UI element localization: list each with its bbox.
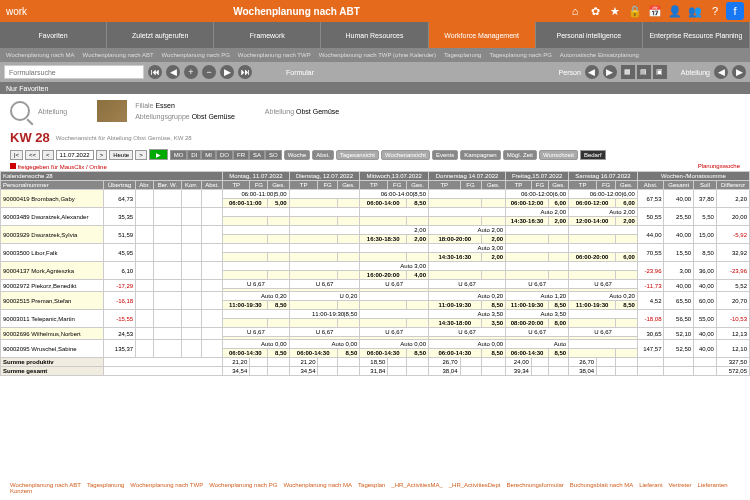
day-btn[interactable]: MI bbox=[201, 150, 216, 160]
table-row[interactable]: 90002095 Wruschel,Sabine135,37Auto 0,00A… bbox=[1, 340, 750, 349]
sub-tab[interactable]: Wochenplanung nach ABT bbox=[81, 52, 156, 58]
table-row[interactable]: 90003011 Telepanic,Martin-15,5511:00-19:… bbox=[1, 310, 750, 319]
footer-link[interactable]: Tagesplanung bbox=[87, 482, 124, 488]
top-icon-7[interactable]: ? bbox=[706, 2, 724, 20]
table-row[interactable]: 90003929 Dworatzek,Sylvia51,592,00Auto 2… bbox=[1, 226, 750, 235]
footer-link[interactable]: Berechnungsformular bbox=[506, 482, 563, 488]
app-name: work bbox=[0, 6, 27, 17]
abt-next[interactable]: ▶ bbox=[732, 65, 746, 79]
table-row[interactable]: 90000419 Brombach,Gaby64,7306:00-11:00|5… bbox=[1, 190, 750, 199]
day-btn[interactable]: SA bbox=[249, 150, 265, 160]
table-row[interactable]: 90002696 Wilhelmus,Norbert24,53U 6,67U 6… bbox=[1, 328, 750, 337]
day-btn[interactable]: FR bbox=[233, 150, 249, 160]
nav-fwd2-btn[interactable]: > bbox=[135, 150, 147, 160]
sub-tab[interactable]: Tagesplanung nach PG bbox=[487, 52, 553, 58]
table-row[interactable]: 90003500 Libor,Falk45,95Auto 3,0070,5515… bbox=[1, 244, 750, 253]
top-icon-6[interactable]: 👥 bbox=[686, 2, 704, 20]
nav-tab[interactable]: Personal intelligence bbox=[536, 22, 643, 48]
sub-tab[interactable]: Wochenplanung nach TWP bbox=[236, 52, 313, 58]
date-field[interactable]: 11.07.2022 bbox=[56, 150, 94, 160]
view-grid-icon[interactable]: ▦ bbox=[621, 65, 635, 79]
top-icon-3[interactable]: 🔒 bbox=[626, 2, 644, 20]
nav-fwd-btn[interactable]: > bbox=[96, 150, 108, 160]
btn-tag[interactable]: Tagesansicht bbox=[336, 150, 379, 160]
nav-back-btn[interactable]: < bbox=[42, 150, 54, 160]
person-prev[interactable]: ◀ bbox=[585, 65, 599, 79]
lbl-formular: Formular bbox=[286, 69, 314, 76]
lbl-abteilung: Abteilung bbox=[681, 69, 710, 76]
nav-tab[interactable]: Human Resources bbox=[321, 22, 428, 48]
top-icon-1[interactable]: ✿ bbox=[586, 2, 604, 20]
nav-prev-btn[interactable]: << bbox=[25, 150, 40, 160]
fav-toggle[interactable]: Nur Favoriten bbox=[6, 85, 48, 92]
btn-bedarf[interactable]: Bedarf bbox=[580, 150, 606, 160]
lbl-person: Person bbox=[559, 69, 581, 76]
sum-row: Summe gesamt34,5434,5431,8438,0439,3438,… bbox=[1, 367, 750, 376]
dept-image bbox=[97, 100, 127, 122]
table-row[interactable]: 90002515 Preman,Stefan-16,18Auto 0,20U 0… bbox=[1, 292, 750, 301]
sub-tab[interactable]: Wochenplanung nach TWP (ohne Kalender) bbox=[317, 52, 438, 58]
day-btn[interactable]: MO bbox=[170, 150, 188, 160]
nav-first-btn[interactable]: |< bbox=[10, 150, 23, 160]
view-list-icon[interactable]: ▤ bbox=[637, 65, 651, 79]
search-icon[interactable] bbox=[10, 101, 30, 121]
footer-link[interactable]: Buchungsblatt nach MA bbox=[570, 482, 633, 488]
btn-mogl[interactable]: Mögl. Zeit bbox=[503, 150, 537, 160]
week-number: KW 28 bbox=[10, 130, 50, 145]
btn-kamp[interactable]: Kampagnen bbox=[460, 150, 500, 160]
sub-tab[interactable]: Tagesplanung bbox=[442, 52, 483, 58]
nav-tab[interactable]: Enterprise Resource Planning bbox=[643, 22, 750, 48]
footer-link[interactable]: _HR_ActivitiesMA_ bbox=[391, 482, 442, 488]
nav-tab[interactable]: Workforce Management bbox=[429, 22, 536, 48]
btn-abst[interactable]: Abst. bbox=[312, 150, 334, 160]
person-next[interactable]: ▶ bbox=[603, 65, 617, 79]
sub-tab[interactable]: Wochenplanung nach PG bbox=[160, 52, 232, 58]
day-btn[interactable]: DI bbox=[187, 150, 201, 160]
btn-wunsch[interactable]: Wunschzeit bbox=[539, 150, 578, 160]
day-btn[interactable]: DO bbox=[216, 150, 233, 160]
planning-table: Kalenderwoche 28Montag, 11.07.2022Dienst… bbox=[0, 171, 750, 376]
btn-woche[interactable]: Woche bbox=[284, 150, 311, 160]
nav-tab[interactable]: Zuletzt aufgerufen bbox=[107, 22, 214, 48]
btn-events[interactable]: Events bbox=[432, 150, 458, 160]
nav-tab[interactable]: Framework bbox=[214, 22, 321, 48]
footer-link[interactable]: Wochenplanung nach TWP bbox=[130, 482, 203, 488]
sub-tab[interactable]: Wochenplanung nach MA bbox=[4, 52, 77, 58]
sub-tab[interactable]: Automatische Einsatzplanung bbox=[558, 52, 641, 58]
nav-last[interactable]: ⏭ bbox=[238, 65, 252, 79]
table-row[interactable]: 90004137 Mork,Agnieszka6,10Auto 3,00-23,… bbox=[1, 262, 750, 271]
top-icon-5[interactable]: 👤 bbox=[666, 2, 684, 20]
search-input[interactable] bbox=[4, 65, 144, 79]
sum-row: Summe produktiv21,2021,2018,5026,7024,00… bbox=[1, 358, 750, 367]
top-icon-2[interactable]: ★ bbox=[606, 2, 624, 20]
top-icon-0[interactable]: ⌂ bbox=[566, 2, 584, 20]
abt-prev[interactable]: ◀ bbox=[714, 65, 728, 79]
view-card-icon[interactable]: ▣ bbox=[653, 65, 667, 79]
footer-link[interactable]: _HR_ActivitiesDept bbox=[449, 482, 501, 488]
heute-btn[interactable]: Heute bbox=[109, 150, 133, 160]
page-title: Wochenplanung nach ABT bbox=[27, 6, 566, 17]
nav-first[interactable]: ⏮ bbox=[148, 65, 162, 79]
footer-link[interactable]: Vertreter bbox=[669, 482, 692, 488]
table-row[interactable]: 90003489 Dworatzek,Alexander35,35Auto 2,… bbox=[1, 208, 750, 217]
facebook-icon[interactable]: f bbox=[726, 2, 744, 20]
nav-remove[interactable]: − bbox=[202, 65, 216, 79]
nav-add[interactable]: + bbox=[184, 65, 198, 79]
day-btn[interactable]: SO bbox=[265, 150, 282, 160]
footer-link[interactable]: Wochenplanung nach PG bbox=[209, 482, 277, 488]
nav-next[interactable]: ▶ bbox=[220, 65, 234, 79]
footer-link[interactable]: Wochenplanung nach MA bbox=[283, 482, 352, 488]
btn-woche2[interactable]: Wochenansicht bbox=[381, 150, 430, 160]
nav-prev[interactable]: ◀ bbox=[166, 65, 180, 79]
footer-link[interactable]: Tagesplan bbox=[358, 482, 385, 488]
table-row[interactable]: 90002972 Piekorz,Benedikt-17,29U 6,67U 6… bbox=[1, 280, 750, 289]
go-btn[interactable]: ▶ bbox=[149, 149, 168, 160]
footer-link[interactable]: Lieferant bbox=[639, 482, 662, 488]
nav-tab[interactable]: Favoriten bbox=[0, 22, 107, 48]
top-icon-4[interactable]: 📅 bbox=[646, 2, 664, 20]
